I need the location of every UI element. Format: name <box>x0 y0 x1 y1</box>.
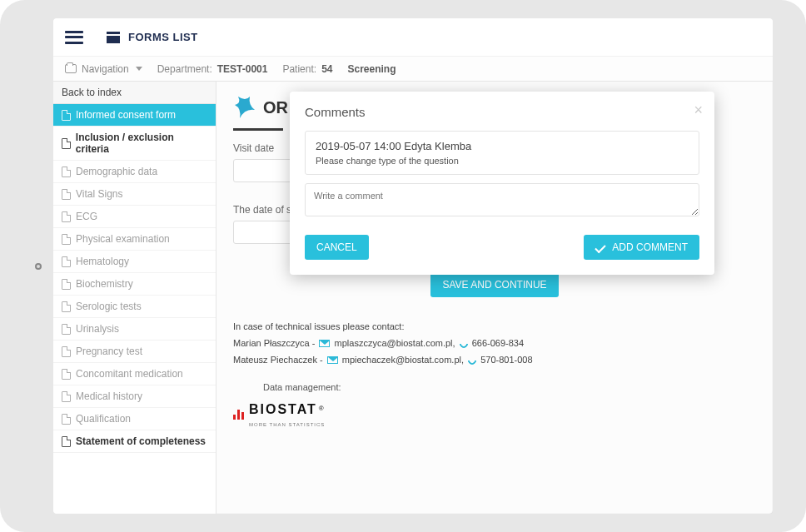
comment-meta: 2019-05-07 14:00 Edyta Klemba <box>316 140 689 152</box>
cancel-button[interactable]: CANCEL <box>305 235 369 260</box>
sidebar-item[interactable]: Vital Signs <box>53 183 216 206</box>
chevron-down-icon <box>136 67 142 71</box>
tablet-frame: FORMS LIST Navigation Department: TEST-0… <box>0 0 806 532</box>
comments-modal: × Comments 2019-05-07 14:00 Edyta Klemba… <box>290 92 714 275</box>
forms-list-icon <box>107 32 120 43</box>
sidebar-item-label: Statement of completeness <box>76 435 206 447</box>
sidebar-item[interactable]: Serologic tests <box>53 296 216 318</box>
comment-input[interactable] <box>305 183 699 216</box>
sidebar-item-label: Pregnancy test <box>76 346 142 357</box>
support-intro: In case of technical issues please conta… <box>233 319 756 336</box>
stage-crumb: Screening <box>348 63 396 75</box>
document-icon <box>62 436 71 447</box>
sidebar-item-label: Medical history <box>76 390 142 402</box>
biostat-logo: BIOSTAT® MORE THAN STATISTICS <box>233 398 756 430</box>
topbar: FORMS LIST <box>53 18 773 57</box>
sidebar-item-label: Inclusion / exclusion criteria <box>76 132 207 155</box>
document-icon <box>62 279 71 290</box>
document-icon <box>62 324 71 335</box>
document-icon <box>62 167 71 177</box>
sidebar-item-label: Concomitant medication <box>76 368 183 380</box>
document-icon <box>62 138 71 149</box>
sidebar-item[interactable]: Qualification <box>53 408 216 430</box>
sidebar-item[interactable]: Medical history <box>53 385 216 408</box>
document-icon <box>62 189 71 200</box>
document-icon <box>62 414 71 425</box>
sidebar-item[interactable]: Urinalysis <box>53 318 216 341</box>
sidebar-item[interactable]: Concomitant medication <box>53 363 216 385</box>
close-icon[interactable]: × <box>694 102 703 119</box>
document-icon <box>62 346 71 357</box>
patient-crumb: Patient: 54 <box>282 63 332 75</box>
bars-icon <box>233 408 244 420</box>
sidebar-item[interactable]: Physical examination <box>53 228 216 251</box>
sidebar-item[interactable]: Informed consent form <box>53 104 216 127</box>
document-icon <box>62 256 71 267</box>
modal-title: Comments <box>305 105 699 119</box>
navigation-dropdown[interactable]: Navigation <box>65 63 142 75</box>
sidebar-item[interactable]: Hematology <box>53 251 216 273</box>
sidebar-item[interactable]: Demographic data <box>53 161 216 183</box>
tablet-home-button[interactable] <box>35 263 42 270</box>
sidebar-item-label: Hematology <box>76 256 129 267</box>
sidebar-item-label: Vital Signs <box>76 188 122 200</box>
phone-icon <box>458 338 470 350</box>
mail-icon <box>319 340 330 347</box>
document-icon <box>62 369 71 380</box>
sidebar-item-label: Urinalysis <box>76 323 119 335</box>
breadcrumb: Navigation Department: TEST-0001 Patient… <box>53 57 773 82</box>
back-to-index[interactable]: Back to index <box>53 82 216 104</box>
support-footer: In case of technical issues please conta… <box>233 319 756 430</box>
comment-item: 2019-05-07 14:00 Edyta Klemba Please cha… <box>305 131 699 175</box>
sidebar-item[interactable]: Biochemistry <box>53 273 216 296</box>
sidebar-item-label: Informed consent form <box>76 109 176 121</box>
data-management-label: Data management: <box>263 380 756 396</box>
topbar-title: FORMS LIST <box>128 31 198 43</box>
form-logo-text: OR <box>263 98 288 117</box>
app-screen: FORMS LIST Navigation Department: TEST-0… <box>53 18 773 514</box>
sidebar: Back to index Informed consent formInclu… <box>53 82 216 514</box>
phone-icon <box>466 355 478 366</box>
folder-icon <box>65 64 77 73</box>
sidebar-item[interactable]: Pregnancy test <box>53 341 216 363</box>
department-crumb: Department: TEST-0001 <box>157 63 268 75</box>
comment-body: Please change type of the question <box>316 156 689 166</box>
document-icon <box>62 211 71 222</box>
sidebar-item-label: ECG <box>76 211 97 222</box>
sidebar-item-label: Biochemistry <box>76 278 133 290</box>
sidebar-item[interactable]: Statement of completeness <box>53 430 216 453</box>
sidebar-item-label: Serologic tests <box>76 301 142 312</box>
document-icon <box>62 110 71 121</box>
navigation-label: Navigation <box>82 63 129 75</box>
document-icon <box>62 391 71 402</box>
sidebar-item[interactable]: Inclusion / exclusion criteria <box>53 127 216 161</box>
check-icon <box>595 241 606 252</box>
body: Back to index Informed consent formInclu… <box>53 82 773 514</box>
ribbon-icon <box>233 95 258 120</box>
mail-icon <box>327 356 338 364</box>
add-comment-button[interactable]: ADD COMMENT <box>584 235 699 260</box>
sidebar-item[interactable]: ECG <box>53 206 216 228</box>
divider <box>233 128 283 131</box>
save-and-continue-button[interactable]: SAVE AND CONTINUE <box>430 272 558 297</box>
sidebar-item-label: Qualification <box>76 413 131 425</box>
sidebar-item-label: Physical examination <box>76 233 170 245</box>
document-icon <box>62 234 71 245</box>
hamburger-icon[interactable] <box>65 31 83 44</box>
document-icon <box>62 301 71 312</box>
sidebar-item-label: Demographic data <box>76 166 157 177</box>
